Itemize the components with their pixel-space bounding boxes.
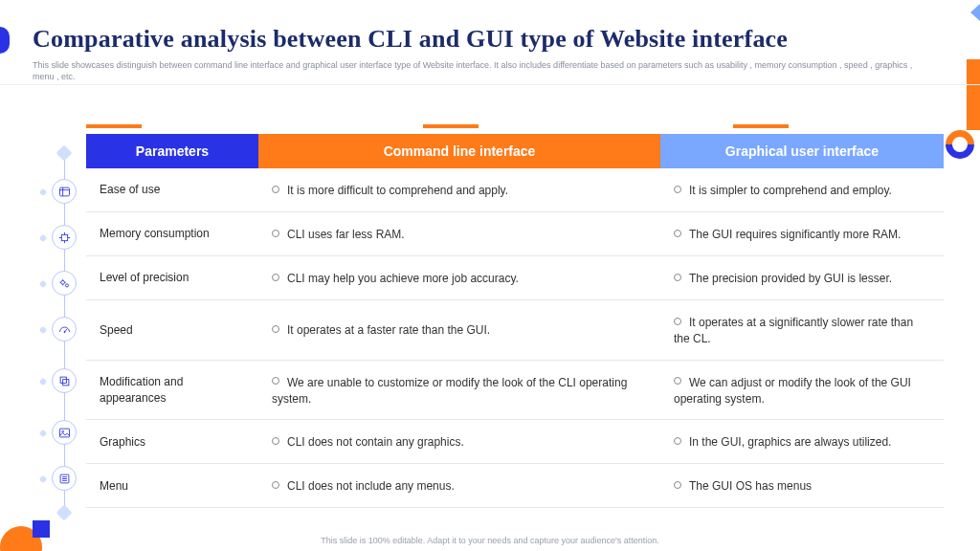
table-row: Menu CLI does not include any menus. The… (86, 464, 944, 508)
rail-cap (56, 145, 73, 162)
param-cell: Level of precision (86, 255, 258, 299)
table: Parameters Command line interface Graphi… (86, 134, 944, 508)
svg-point-3 (65, 283, 68, 286)
comparison-table: Parameters Command line interface Graphi… (86, 122, 944, 517)
slide: Comparative analysis between CLI and GUI… (0, 0, 980, 551)
table-row: Graphics CLI does not contain any graphi… (86, 420, 944, 464)
rail-node (48, 221, 80, 253)
col-header-parameters: Parameters (86, 134, 258, 168)
col-header-gui: Graphical user interface (660, 134, 944, 168)
gui-cell: The GUI requires significantly more RAM. (660, 211, 944, 255)
chip-icon (57, 231, 72, 245)
content: Parameters Command line interface Graphi… (48, 134, 944, 517)
param-cell: Modification and appearances (86, 360, 258, 420)
param-cell: Ease of use (86, 168, 258, 211)
gui-cell: The GUI OS has menus (660, 464, 944, 508)
gui-cell: The precision provided by GUI is lesser. (660, 255, 944, 299)
cli-cell: CLI does not contain any graphics. (258, 420, 660, 464)
col-header-cli: Command line interface (258, 134, 660, 168)
cogs-icon (57, 276, 72, 291)
cli-cell: CLI uses far less RAM. (258, 211, 660, 255)
svg-point-4 (63, 331, 64, 332)
table-row: Level of precision CLI may help you achi… (86, 255, 944, 299)
decorative-shape (0, 27, 10, 54)
svg-rect-7 (59, 429, 69, 437)
gauge-icon (57, 322, 72, 337)
menu-icon (57, 472, 72, 486)
divider (0, 84, 980, 85)
cli-cell: CLI does not include any menus. (258, 464, 660, 508)
gui-cell: In the GUI, graphics are always utilized… (660, 420, 944, 464)
table-row: Modification and appearances We are unab… (86, 360, 944, 420)
slide-title: Comparative analysis between CLI and GUI… (33, 25, 942, 54)
cli-cell: It is more difficult to comprehend and a… (258, 168, 660, 211)
header: Comparative analysis between CLI and GUI… (33, 25, 942, 82)
gui-cell: It operates at a significantly slower ra… (660, 299, 944, 360)
slide-subtitle: This slide showcases distinguish between… (33, 59, 932, 82)
header-accent (86, 122, 944, 132)
svg-rect-5 (60, 377, 66, 383)
rail-node (48, 267, 80, 299)
table-row: Memory consumption CLI uses far less RAM… (86, 211, 944, 255)
gui-cell: It is simpler to comprehend and employ. (660, 168, 944, 211)
picture-icon (57, 426, 72, 440)
rail-node (48, 416, 80, 449)
gui-cell: We can adjust or modify the look of the … (660, 360, 944, 420)
rail-node (48, 175, 80, 208)
cli-cell: CLI may help you achieve more job accura… (258, 255, 660, 299)
cli-cell: We are unable to customize or modify the… (258, 360, 660, 420)
rail-node (48, 462, 80, 495)
decorative-shape (967, 59, 980, 130)
svg-rect-6 (62, 379, 68, 385)
rail-node (48, 313, 80, 345)
decorative-shape (970, 4, 980, 21)
rail-cap (56, 505, 73, 521)
settings-icon (57, 185, 72, 199)
table-row: Ease of use It is more difficult to comp… (86, 168, 944, 211)
table-row: Speed It operates at a faster rate than … (86, 299, 944, 360)
svg-point-2 (60, 280, 64, 284)
svg-rect-0 (59, 187, 69, 196)
svg-rect-1 (61, 234, 67, 240)
footer-note: This slide is 100% editable. Adapt it to… (0, 536, 980, 545)
icon-rail (48, 163, 80, 509)
param-cell: Menu (86, 464, 258, 508)
rail-node (48, 364, 80, 397)
decorative-donut-icon (946, 130, 974, 159)
table-body: Ease of use It is more difficult to comp… (86, 168, 944, 508)
table-header-row: Parameters Command line interface Graphi… (86, 134, 944, 168)
layers-icon (57, 374, 72, 388)
param-cell: Speed (86, 299, 258, 360)
cli-cell: It operates at a faster rate than the GU… (258, 299, 660, 360)
param-cell: Graphics (86, 420, 258, 464)
param-cell: Memory consumption (86, 211, 258, 255)
